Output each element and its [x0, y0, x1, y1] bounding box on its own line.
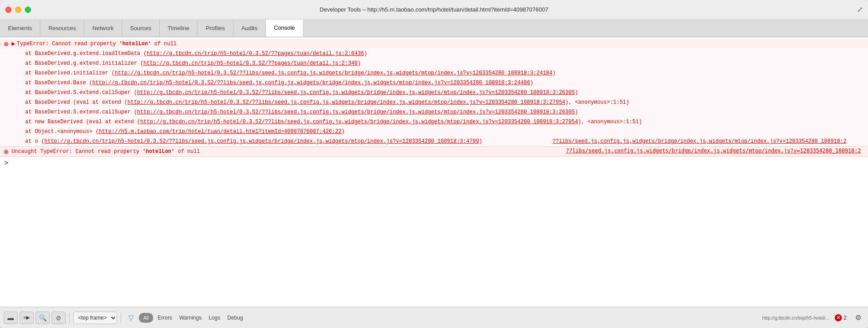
error-count-label: 2: [844, 315, 847, 321]
tab-console[interactable]: Console: [266, 20, 304, 37]
stack-text-1-10: at o (http://g.tbcdn.cn/trip/h5-hotel/0.…: [12, 137, 847, 145]
frame-selector[interactable]: <top frame>: [73, 312, 117, 324]
search-button[interactable]: 🔍: [36, 312, 50, 324]
stack-text-1-4: at BaseDerived.Base (http://g.tbcdn.cn/t…: [12, 79, 533, 87]
stack-row-1-2: at BaseDerived.g.extend.initializer (htt…: [0, 59, 868, 68]
stack-row-1-3: at BaseDerived.initializer (http://g.tbc…: [0, 68, 868, 78]
stack-text-1-6: at BaseDerived (eval at extend (http://g…: [12, 98, 629, 106]
multiline-button[interactable]: ≡▶: [20, 312, 34, 324]
stack-link-1-8[interactable]: http://g.tbcdn.cn/trip/h5-hotel/0.3.52/?…: [140, 119, 578, 125]
error-block-2: ⊗ Uncaught TypeError: Cannot read proper…: [0, 147, 868, 157]
error-message-1: TypeError: Cannot read property 'hotelLo…: [17, 40, 177, 48]
stack-link-1-4[interactable]: http://g.tbcdn.cn/trip/h5-hotel/0.3.52/?…: [92, 80, 530, 86]
tab-timeline[interactable]: Timeline: [160, 20, 198, 37]
expand-triangle-1[interactable]: ▶: [12, 41, 15, 47]
error-summary-row-1: ⊗ ▶ TypeError: Cannot read property 'hot…: [0, 39, 868, 49]
tab-audits[interactable]: Audits: [233, 20, 266, 37]
stack-link-1-1[interactable]: http://g.tbcdn.cn/trip/h5-hotel/0.3.52/?…: [146, 51, 364, 57]
stack-row-1-10: at o (http://g.tbcdn.cn/trip/h5-hotel/0.…: [0, 137, 868, 146]
filter-debug-label[interactable]: Debug: [225, 315, 245, 321]
error-icon-2: ⊗: [4, 148, 9, 155]
filter-all-button[interactable]: All: [139, 313, 153, 323]
stack-text-1-9: at Object.<anonymous> (http://h5.m.taoba…: [12, 128, 345, 136]
separator-2: [121, 312, 121, 323]
stack-link-1-6[interactable]: http://g.tbcdn.cn/trip/h5-hotel/0.3.52/?…: [127, 99, 565, 105]
stack-row-1-9: at Object.<anonymous> (http://h5.m.taoba…: [0, 127, 868, 137]
stack-row-1-1: at BaseDerived.g.extend.loadItemData (ht…: [0, 49, 868, 59]
bottom-toolbar: ▬ ≡▶ 🔍 ⊘ <top frame> ▽ All Errors Warnin…: [0, 307, 868, 328]
error-source-link-2[interactable]: ??libs/seed.js,config.js,widgets/bridge/…: [566, 148, 864, 154]
clear-icon: ⊘: [56, 314, 61, 321]
expand-icon[interactable]: ⤢: [857, 5, 863, 14]
stack-row-1-4: at BaseDerived.Base (http://g.tbcdn.cn/t…: [0, 78, 868, 88]
multiline-icon: ≡▶: [24, 315, 30, 320]
stack-text-1-8: at new BaseDerived (eval at extend (http…: [12, 118, 642, 126]
filter-icon: ▽: [128, 313, 134, 322]
stack-text-1-1: at BaseDerived.g.extend.loadItemData (ht…: [12, 50, 367, 58]
stack-row-1-8: at new BaseDerived (eval at extend (http…: [0, 117, 868, 127]
stack-row-1-5: at BaseDerived.S.extend.callSuper (http:…: [0, 88, 868, 98]
tab-profiles[interactable]: Profiles: [197, 20, 233, 37]
stack-link-1-9[interactable]: http://h5.m.taobao.com/trip/hotel/tuan/d…: [99, 129, 341, 135]
filter-errors-label[interactable]: Errors: [155, 315, 175, 321]
error-count-badge: ✕ 2: [835, 314, 847, 321]
stack-text-1-2: at BaseDerived.g.extend.initializer (htt…: [12, 59, 361, 67]
stack-link-1-10[interactable]: http://g.tbcdn.cn/trip/h5-hotel/0.3.52/?…: [44, 138, 479, 144]
filter-logs-label[interactable]: Logs: [206, 315, 223, 321]
error-message-2: Uncaught TypeError: Cannot read property…: [12, 148, 200, 156]
error-badge-icon: ✕: [835, 314, 842, 321]
console-output: ⊗ ▶ TypeError: Cannot read property 'hot…: [0, 37, 868, 307]
stack-text-1-3: at BaseDerived.initializer (http://g.tbc…: [12, 69, 556, 77]
stack-link-1-3[interactable]: http://g.tbcdn.cn/trip/h5-hotel/0.3.52/?…: [114, 70, 552, 76]
console-panel-icon: ▬: [8, 314, 14, 321]
error-summary-row-2: ⊗ Uncaught TypeError: Cannot read proper…: [0, 147, 868, 156]
stack-text-1-5: at BaseDerived.S.extend.callSuper (http:…: [12, 89, 578, 97]
settings-button[interactable]: ⚙: [852, 312, 864, 324]
stack-link-1-5[interactable]: http://g.tbcdn.cn/trip/h5-hotel/0.3.52/?…: [137, 90, 575, 96]
maximize-button[interactable]: [25, 7, 31, 13]
console-prompt[interactable]: >: [0, 157, 868, 169]
console-panel-button[interactable]: ▬: [4, 312, 18, 324]
stack-link-1-7[interactable]: http://g.tbcdn.cn/trip/h5-hotel/0.3.52/?…: [137, 109, 575, 115]
error-block-1: ⊗ ▶ TypeError: Cannot read property 'hot…: [0, 39, 868, 147]
tab-network[interactable]: Network: [84, 20, 122, 37]
tab-sources[interactable]: Sources: [122, 20, 160, 37]
stack-link-1-2[interactable]: http://g.tbcdn.cn/trip/h5-hotel/0.3.52/?…: [143, 60, 357, 66]
stack-row-1-7: at BaseDerived.S.extend.callSuper (http:…: [0, 107, 868, 117]
devtools-window: Developer Tools – http://h5.m.taobao.com…: [0, 0, 868, 328]
status-url: http://g.tbcdn.cn/trip/h5-hotel/...: [762, 315, 833, 320]
gear-icon: ⚙: [855, 313, 861, 322]
traffic-lights: [5, 7, 31, 13]
window-title: Developer Tools – http://h5.m.taobao.com…: [320, 6, 548, 13]
error-badge-x: ✕: [836, 315, 840, 320]
separator-1: [69, 312, 70, 323]
tab-elements[interactable]: Elements: [0, 20, 40, 37]
filter-all-label: All: [143, 315, 149, 320]
tab-bar: Elements Resources Network Sources Timel…: [0, 20, 868, 37]
stack-link-1-10b[interactable]: ??libs/seed.js,config.js,widgets/bridge/…: [552, 138, 847, 144]
close-button[interactable]: [5, 7, 12, 13]
filter-warnings-label[interactable]: Warnings: [177, 315, 204, 321]
stack-row-1-6: at BaseDerived (eval at extend (http://g…: [0, 98, 868, 107]
stack-text-1-7: at BaseDerived.S.extend.callSuper (http:…: [12, 108, 578, 116]
search-icon: 🔍: [39, 314, 47, 321]
title-bar: Developer Tools – http://h5.m.taobao.com…: [0, 0, 868, 20]
filter-button[interactable]: ▽: [125, 312, 137, 324]
minimize-button[interactable]: [15, 7, 21, 13]
clear-button[interactable]: ⊘: [51, 312, 66, 324]
error-icon-1: ⊗: [4, 40, 9, 47]
tab-resources[interactable]: Resources: [40, 20, 84, 37]
prompt-symbol: >: [4, 160, 8, 167]
